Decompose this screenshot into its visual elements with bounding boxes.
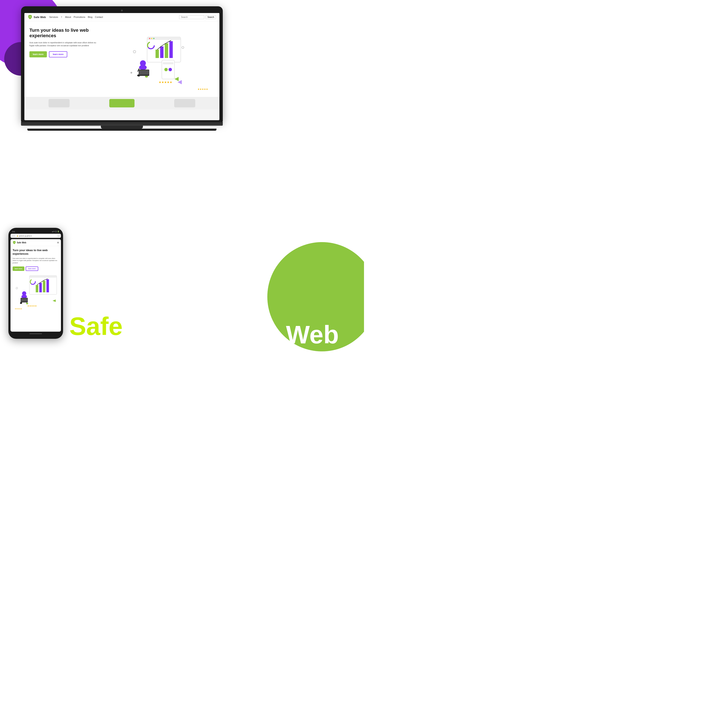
brand-text-web: Web bbox=[286, 322, 339, 347]
svg-text:★★★★★: ★★★★★ bbox=[159, 81, 172, 84]
phone-hero-description: Duis aute irure dolor in reprehenderit i… bbox=[12, 257, 59, 264]
svg-rect-19 bbox=[139, 70, 149, 75]
hamburger-menu[interactable]: ≡ bbox=[57, 241, 59, 244]
website-bottom-bar bbox=[24, 97, 219, 110]
phone-url-bar[interactable]: 🔒 geakram-ga.github.io bbox=[15, 234, 57, 237]
laptop-hero: Turn your ideas to live web experiences … bbox=[24, 21, 219, 97]
bottom-icon-grey-2 bbox=[174, 99, 195, 107]
laptop-camera bbox=[121, 10, 123, 11]
phone-home-bar bbox=[29, 333, 42, 334]
svg-rect-34 bbox=[36, 285, 38, 292]
search-button[interactable]: Search bbox=[205, 15, 216, 19]
svg-rect-9 bbox=[170, 41, 173, 58]
nav-logo-text: Safe Web bbox=[34, 15, 46, 19]
hero-title: Turn your ideas to live web experiences bbox=[29, 28, 97, 39]
hero-buttons: learn more learn more bbox=[29, 51, 97, 57]
bottom-icon-green bbox=[109, 99, 135, 107]
laptop-foot bbox=[28, 128, 216, 131]
svg-rect-36 bbox=[43, 281, 45, 292]
laptop-screen: S Safe Web Services ▼ About Promotions B… bbox=[24, 13, 219, 120]
bottom-bar-item-2 bbox=[109, 99, 135, 107]
phone-home-icon[interactable]: ⌂ bbox=[58, 235, 59, 237]
back-btn[interactable]: ‹ bbox=[12, 235, 12, 237]
phone-browser-controls: ‹ + bbox=[12, 235, 14, 237]
hero-text-block: Turn your ideas to live web experiences … bbox=[29, 28, 97, 93]
svg-rect-35 bbox=[39, 283, 42, 292]
bottom-bar-item-1 bbox=[49, 99, 70, 107]
svg-point-27 bbox=[182, 46, 184, 49]
phone-btn-secondary[interactable]: learn more bbox=[26, 266, 38, 271]
hero-btn-primary[interactable]: learn more bbox=[29, 51, 47, 57]
svg-rect-8 bbox=[165, 43, 168, 58]
svg-point-5 bbox=[153, 38, 154, 39]
phone-stars: ★★★★★ bbox=[12, 307, 59, 310]
svg-point-45 bbox=[26, 303, 28, 304]
svg-text:★★★★★: ★★★★★ bbox=[28, 305, 37, 307]
svg-point-23 bbox=[164, 68, 168, 71]
nav-links: Services ▼ About Promotions Blog Contact bbox=[49, 16, 176, 18]
nav-services[interactable]: Services bbox=[49, 16, 58, 18]
phone-illustration-svg: ★★★★★ bbox=[12, 274, 59, 307]
brand-text-safe: Safe bbox=[69, 314, 122, 339]
nav-blog[interactable]: Blog bbox=[88, 16, 92, 18]
svg-rect-33 bbox=[29, 275, 57, 278]
svg-rect-6 bbox=[156, 50, 159, 58]
svg-point-24 bbox=[168, 68, 172, 71]
phone-illustration: ★★★★★ bbox=[12, 274, 59, 307]
laptop-base bbox=[21, 122, 223, 126]
phone-hero: Turn your ideas to live web experiences … bbox=[11, 246, 61, 313]
phone-browser-bar: ‹ + 🔒 geakram-ga.github.io ⌂ bbox=[11, 234, 61, 238]
svg-point-49 bbox=[16, 287, 18, 289]
hero-btn-secondary[interactable]: learn more bbox=[49, 51, 67, 57]
bottom-bar-item-3 bbox=[174, 99, 195, 107]
phone-time: 9:41 bbox=[12, 231, 15, 232]
laptop-stand bbox=[101, 126, 143, 128]
svg-point-26 bbox=[133, 50, 136, 53]
nav-about[interactable]: About bbox=[65, 16, 71, 18]
nav-logo: S Safe Web bbox=[28, 15, 46, 19]
phone-nav-logo: S Safe Web bbox=[12, 241, 26, 244]
phone-screen: S Safe Web ≡ Turn your ideas to live web… bbox=[11, 239, 61, 332]
laptop-mockup: S Safe Web Services ▼ About Promotions B… bbox=[21, 6, 223, 131]
svg-rect-7 bbox=[160, 46, 164, 58]
hero-illustration-svg: ★★★★★ bbox=[126, 31, 185, 90]
phone-hero-buttons: learn more learn more bbox=[12, 266, 59, 271]
shield-logo-icon: S bbox=[28, 15, 32, 19]
phone-hero-title: Turn your ideas to live web experiences bbox=[12, 249, 59, 256]
add-tab-btn[interactable]: + bbox=[14, 235, 14, 237]
website-navbar: S Safe Web Services ▼ About Promotions B… bbox=[24, 13, 219, 21]
nav-search-area: Search bbox=[179, 15, 216, 19]
laptop-screen-outer: S Safe Web Services ▼ About Promotions B… bbox=[21, 6, 223, 122]
hero-stars: ★★★★★ bbox=[197, 88, 208, 90]
hero-illustration: ★★★★★ ★★★★★ bbox=[97, 28, 214, 93]
svg-point-3 bbox=[149, 38, 150, 39]
phone-bottom bbox=[11, 332, 61, 336]
lock-icon: 🔒 bbox=[17, 235, 18, 237]
svg-rect-47 bbox=[21, 298, 28, 301]
hero-description: Duis aute irure dolor in reprehenderit i… bbox=[29, 41, 97, 47]
url-text: geakram-ga.github.io bbox=[19, 235, 32, 237]
bottom-icon-grey-1 bbox=[49, 99, 70, 107]
nav-promotions[interactable]: Promotions bbox=[73, 16, 85, 18]
search-input[interactable] bbox=[179, 15, 204, 19]
phone-status-bar: 9:41 ▲▼ ⬛ 🔋 bbox=[11, 231, 61, 234]
svg-point-28 bbox=[130, 72, 132, 73]
phone-btn-primary[interactable]: learn more bbox=[12, 266, 24, 271]
phone-shield-icon: S bbox=[12, 241, 16, 244]
phone-status-icons: ▲▼ ⬛ 🔋 bbox=[52, 231, 59, 232]
svg-point-4 bbox=[151, 38, 152, 39]
svg-point-13 bbox=[139, 65, 147, 70]
svg-text:S: S bbox=[14, 242, 15, 243]
phone-mockup: 9:41 ▲▼ ⬛ 🔋 ‹ + 🔒 geakram-ga.github.io ⌂ bbox=[8, 228, 63, 339]
svg-marker-29 bbox=[174, 77, 179, 81]
svg-marker-51 bbox=[52, 300, 56, 302]
svg-rect-22 bbox=[163, 62, 173, 64]
phone-outer: 9:41 ▲▼ ⬛ 🔋 ‹ + 🔒 geakram-ga.github.io ⌂ bbox=[8, 228, 63, 339]
phone-nav-logo-text: Safe Web bbox=[17, 242, 26, 244]
svg-rect-1 bbox=[147, 37, 181, 62]
nav-contact[interactable]: Contact bbox=[95, 16, 103, 18]
phone-navbar: S Safe Web ≡ bbox=[11, 239, 61, 246]
svg-point-44 bbox=[20, 302, 22, 304]
svg-text:S: S bbox=[29, 16, 31, 18]
svg-rect-37 bbox=[46, 279, 49, 292]
